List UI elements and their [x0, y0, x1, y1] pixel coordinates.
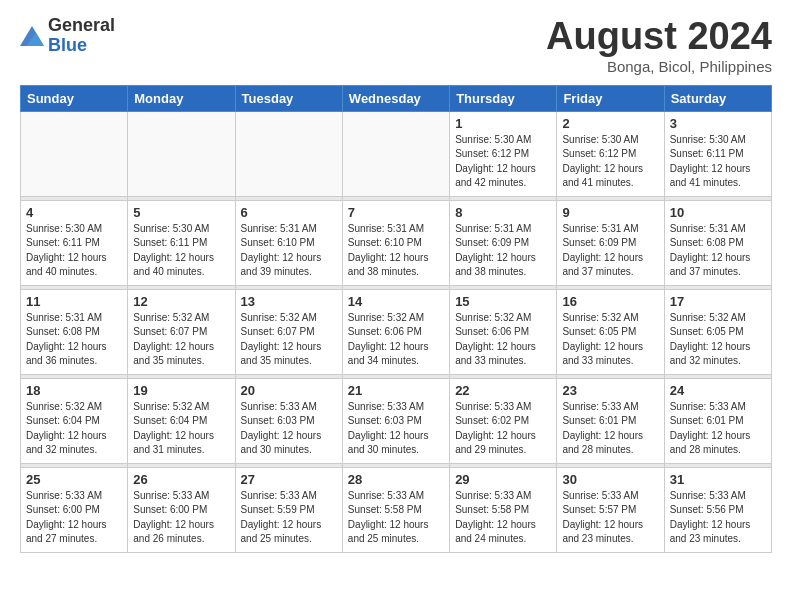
day-info: Sunrise: 5:32 AMSunset: 6:06 PMDaylight:… — [455, 311, 551, 369]
day-number: 19 — [133, 383, 229, 398]
day-info: Sunrise: 5:32 AMSunset: 6:05 PMDaylight:… — [562, 311, 658, 369]
day-number: 14 — [348, 294, 444, 309]
day-cell: 26Sunrise: 5:33 AMSunset: 6:00 PMDayligh… — [128, 467, 235, 552]
day-cell: 25Sunrise: 5:33 AMSunset: 6:00 PMDayligh… — [21, 467, 128, 552]
day-info: Sunrise: 5:31 AMSunset: 6:10 PMDaylight:… — [348, 222, 444, 280]
day-info: Sunrise: 5:32 AMSunset: 6:07 PMDaylight:… — [241, 311, 337, 369]
title-block: August 2024 Bonga, Bicol, Philippines — [546, 16, 772, 75]
day-info: Sunrise: 5:31 AMSunset: 6:09 PMDaylight:… — [562, 222, 658, 280]
day-info: Sunrise: 5:30 AMSunset: 6:12 PMDaylight:… — [455, 133, 551, 191]
day-cell: 19Sunrise: 5:32 AMSunset: 6:04 PMDayligh… — [128, 378, 235, 463]
day-number: 29 — [455, 472, 551, 487]
day-info: Sunrise: 5:33 AMSunset: 5:56 PMDaylight:… — [670, 489, 766, 547]
day-cell — [21, 111, 128, 196]
logo-blue-text: Blue — [48, 36, 115, 56]
day-cell: 10Sunrise: 5:31 AMSunset: 6:08 PMDayligh… — [664, 200, 771, 285]
day-number: 9 — [562, 205, 658, 220]
logo-text: General Blue — [48, 16, 115, 56]
day-number: 10 — [670, 205, 766, 220]
day-cell — [342, 111, 449, 196]
day-cell: 2Sunrise: 5:30 AMSunset: 6:12 PMDaylight… — [557, 111, 664, 196]
day-info: Sunrise: 5:33 AMSunset: 5:57 PMDaylight:… — [562, 489, 658, 547]
day-cell: 22Sunrise: 5:33 AMSunset: 6:02 PMDayligh… — [450, 378, 557, 463]
day-cell: 17Sunrise: 5:32 AMSunset: 6:05 PMDayligh… — [664, 289, 771, 374]
day-info: Sunrise: 5:32 AMSunset: 6:04 PMDaylight:… — [133, 400, 229, 458]
day-info: Sunrise: 5:33 AMSunset: 5:58 PMDaylight:… — [348, 489, 444, 547]
day-number: 4 — [26, 205, 122, 220]
day-info: Sunrise: 5:30 AMSunset: 6:12 PMDaylight:… — [562, 133, 658, 191]
day-cell: 1Sunrise: 5:30 AMSunset: 6:12 PMDaylight… — [450, 111, 557, 196]
day-cell: 28Sunrise: 5:33 AMSunset: 5:58 PMDayligh… — [342, 467, 449, 552]
day-info: Sunrise: 5:32 AMSunset: 6:04 PMDaylight:… — [26, 400, 122, 458]
day-cell: 24Sunrise: 5:33 AMSunset: 6:01 PMDayligh… — [664, 378, 771, 463]
weekday-header-row: SundayMondayTuesdayWednesdayThursdayFrid… — [21, 85, 772, 111]
logo: General Blue — [20, 16, 115, 56]
day-number: 6 — [241, 205, 337, 220]
header: General Blue August 2024 Bonga, Bicol, P… — [20, 16, 772, 75]
day-number: 5 — [133, 205, 229, 220]
day-info: Sunrise: 5:33 AMSunset: 6:03 PMDaylight:… — [241, 400, 337, 458]
day-number: 16 — [562, 294, 658, 309]
day-number: 12 — [133, 294, 229, 309]
day-cell: 27Sunrise: 5:33 AMSunset: 5:59 PMDayligh… — [235, 467, 342, 552]
day-cell: 8Sunrise: 5:31 AMSunset: 6:09 PMDaylight… — [450, 200, 557, 285]
day-info: Sunrise: 5:31 AMSunset: 6:10 PMDaylight:… — [241, 222, 337, 280]
month-year-title: August 2024 — [546, 16, 772, 58]
day-number: 1 — [455, 116, 551, 131]
day-cell: 5Sunrise: 5:30 AMSunset: 6:11 PMDaylight… — [128, 200, 235, 285]
day-info: Sunrise: 5:30 AMSunset: 6:11 PMDaylight:… — [26, 222, 122, 280]
weekday-header-monday: Monday — [128, 85, 235, 111]
day-info: Sunrise: 5:32 AMSunset: 6:07 PMDaylight:… — [133, 311, 229, 369]
day-cell: 30Sunrise: 5:33 AMSunset: 5:57 PMDayligh… — [557, 467, 664, 552]
page: General Blue August 2024 Bonga, Bicol, P… — [0, 0, 792, 563]
day-number: 25 — [26, 472, 122, 487]
day-number: 28 — [348, 472, 444, 487]
day-number: 17 — [670, 294, 766, 309]
weekday-header-friday: Friday — [557, 85, 664, 111]
day-number: 8 — [455, 205, 551, 220]
location-text: Bonga, Bicol, Philippines — [546, 58, 772, 75]
day-number: 7 — [348, 205, 444, 220]
day-number: 21 — [348, 383, 444, 398]
week-row-4: 18Sunrise: 5:32 AMSunset: 6:04 PMDayligh… — [21, 378, 772, 463]
day-cell: 21Sunrise: 5:33 AMSunset: 6:03 PMDayligh… — [342, 378, 449, 463]
day-cell: 12Sunrise: 5:32 AMSunset: 6:07 PMDayligh… — [128, 289, 235, 374]
day-cell: 16Sunrise: 5:32 AMSunset: 6:05 PMDayligh… — [557, 289, 664, 374]
calendar-table: SundayMondayTuesdayWednesdayThursdayFrid… — [20, 85, 772, 553]
week-row-5: 25Sunrise: 5:33 AMSunset: 6:00 PMDayligh… — [21, 467, 772, 552]
day-number: 3 — [670, 116, 766, 131]
day-number: 24 — [670, 383, 766, 398]
day-info: Sunrise: 5:32 AMSunset: 6:05 PMDaylight:… — [670, 311, 766, 369]
day-number: 30 — [562, 472, 658, 487]
day-info: Sunrise: 5:30 AMSunset: 6:11 PMDaylight:… — [133, 222, 229, 280]
logo-icon — [20, 26, 44, 46]
day-number: 26 — [133, 472, 229, 487]
day-number: 23 — [562, 383, 658, 398]
day-number: 31 — [670, 472, 766, 487]
day-cell: 31Sunrise: 5:33 AMSunset: 5:56 PMDayligh… — [664, 467, 771, 552]
day-cell: 4Sunrise: 5:30 AMSunset: 6:11 PMDaylight… — [21, 200, 128, 285]
week-row-1: 1Sunrise: 5:30 AMSunset: 6:12 PMDaylight… — [21, 111, 772, 196]
day-info: Sunrise: 5:33 AMSunset: 5:58 PMDaylight:… — [455, 489, 551, 547]
day-cell: 3Sunrise: 5:30 AMSunset: 6:11 PMDaylight… — [664, 111, 771, 196]
day-info: Sunrise: 5:31 AMSunset: 6:08 PMDaylight:… — [670, 222, 766, 280]
day-info: Sunrise: 5:30 AMSunset: 6:11 PMDaylight:… — [670, 133, 766, 191]
day-cell: 29Sunrise: 5:33 AMSunset: 5:58 PMDayligh… — [450, 467, 557, 552]
weekday-header-sunday: Sunday — [21, 85, 128, 111]
weekday-header-wednesday: Wednesday — [342, 85, 449, 111]
day-info: Sunrise: 5:33 AMSunset: 6:01 PMDaylight:… — [670, 400, 766, 458]
day-number: 11 — [26, 294, 122, 309]
day-info: Sunrise: 5:31 AMSunset: 6:08 PMDaylight:… — [26, 311, 122, 369]
day-number: 15 — [455, 294, 551, 309]
day-cell: 13Sunrise: 5:32 AMSunset: 6:07 PMDayligh… — [235, 289, 342, 374]
day-info: Sunrise: 5:33 AMSunset: 6:00 PMDaylight:… — [26, 489, 122, 547]
day-cell: 20Sunrise: 5:33 AMSunset: 6:03 PMDayligh… — [235, 378, 342, 463]
day-cell: 15Sunrise: 5:32 AMSunset: 6:06 PMDayligh… — [450, 289, 557, 374]
day-cell: 18Sunrise: 5:32 AMSunset: 6:04 PMDayligh… — [21, 378, 128, 463]
day-info: Sunrise: 5:32 AMSunset: 6:06 PMDaylight:… — [348, 311, 444, 369]
weekday-header-thursday: Thursday — [450, 85, 557, 111]
day-info: Sunrise: 5:31 AMSunset: 6:09 PMDaylight:… — [455, 222, 551, 280]
day-number: 27 — [241, 472, 337, 487]
day-info: Sunrise: 5:33 AMSunset: 6:00 PMDaylight:… — [133, 489, 229, 547]
weekday-header-tuesday: Tuesday — [235, 85, 342, 111]
